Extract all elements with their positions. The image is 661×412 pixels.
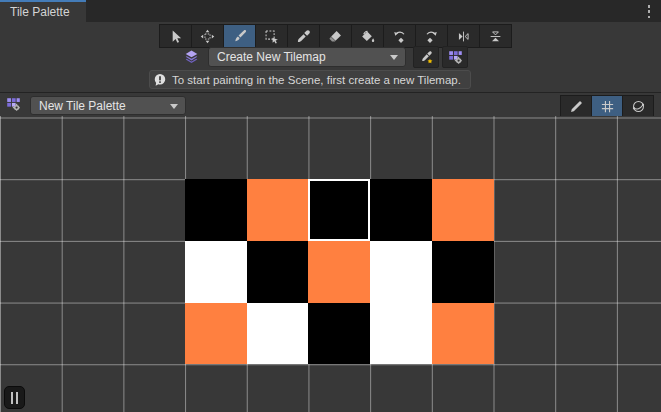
active-tilemap-dropdown[interactable]: Create New Tilemap [208, 47, 406, 67]
palette-tile-orange[interactable] [432, 179, 494, 241]
flip-y-tool-button[interactable] [480, 25, 511, 47]
info-icon [153, 73, 167, 87]
palette-view-buttons [560, 95, 654, 117]
grip-handle[interactable] [4, 386, 25, 409]
palette-dropdown-value: New Tile Palette [39, 99, 126, 113]
tab-tile-palette[interactable]: Tile Palette [0, 0, 86, 22]
flip-x-tool-button[interactable] [448, 25, 479, 47]
palette-tile-black[interactable] [185, 179, 247, 241]
palette-type-icon [6, 97, 23, 114]
palette-tile-black[interactable] [247, 241, 309, 303]
palette-grid-canvas[interactable] [0, 116, 661, 412]
pencil-icon [569, 99, 584, 114]
arrow-cursor-icon [168, 29, 183, 44]
palette-tile-orange[interactable] [247, 179, 309, 241]
tab-bar: Tile Palette [0, 0, 661, 22]
chevron-down-icon [170, 104, 178, 109]
palette-tile-black[interactable] [370, 179, 432, 241]
rotate-clockwise-icon [424, 29, 439, 44]
flip-vertical-icon [488, 29, 503, 44]
palette-tile-white[interactable] [185, 241, 247, 303]
grid-icon [600, 99, 615, 114]
paint-bucket-icon [360, 29, 375, 44]
palette-tile-orange[interactable] [308, 241, 370, 303]
edit-palette-button[interactable] [561, 96, 591, 116]
palette-tile-orange[interactable] [185, 303, 247, 365]
eraser-icon [328, 29, 343, 44]
palette-dropdown[interactable]: New Tile Palette [30, 96, 186, 115]
eyedropper-star-icon [419, 50, 434, 65]
rotate-cw-tool-button[interactable] [416, 25, 447, 47]
chevron-down-icon [390, 55, 398, 60]
tilemap-gear-icon [448, 50, 463, 65]
move-tool-button[interactable] [192, 25, 223, 47]
move-arrows-icon [200, 29, 215, 44]
palette-tile-white[interactable] [247, 303, 309, 365]
help-message-text: To start painting in the Scene, first cr… [172, 74, 461, 86]
focus-button[interactable] [623, 96, 653, 116]
flip-horizontal-icon [456, 29, 471, 44]
grid-toggle-button[interactable] [592, 96, 622, 116]
palette-bar: New Tile Palette [0, 92, 661, 116]
palette-tile-white[interactable] [370, 303, 432, 365]
tilemap-settings-button[interactable] [442, 46, 468, 68]
rotate-counterclockwise-icon [392, 29, 407, 44]
palette-tile-black[interactable] [308, 303, 370, 365]
palette-tile-orange[interactable] [432, 303, 494, 365]
pick-new-tile-button[interactable] [413, 46, 439, 68]
active-tilemap-layers-icon [184, 49, 201, 66]
erase-tool-button[interactable] [320, 25, 351, 47]
window-menu-icon[interactable] [644, 5, 654, 18]
box-fill-tool-button[interactable] [256, 25, 287, 47]
help-message: To start painting in the Scene, first cr… [149, 70, 471, 89]
rotate-ccw-tool-button[interactable] [384, 25, 415, 47]
palette-tile-black[interactable] [432, 241, 494, 303]
paintbrush-icon [232, 29, 247, 44]
eyedropper-icon [296, 29, 311, 44]
tool-strip [159, 24, 512, 48]
marquee-select-icon [264, 29, 279, 44]
tab-label: Tile Palette [10, 5, 70, 19]
palette-tile-black[interactable] [308, 179, 370, 241]
palette-tile-white[interactable] [370, 241, 432, 303]
tile-palette-window: Tile Palette Create New Tilemap To start… [0, 0, 661, 412]
fill-tool-button[interactable] [352, 25, 383, 47]
select-tool-button[interactable] [160, 25, 191, 47]
focus-sphere-icon [631, 99, 646, 114]
paint-tool-button[interactable] [224, 25, 255, 47]
pick-tool-button[interactable] [288, 25, 319, 47]
palette-tiles [185, 179, 494, 364]
active-tilemap-dropdown-value: Create New Tilemap [217, 50, 326, 64]
